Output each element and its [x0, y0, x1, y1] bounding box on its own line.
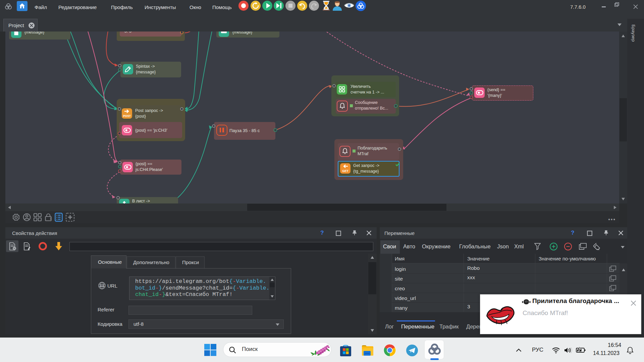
svg-text:www: www	[99, 285, 105, 287]
